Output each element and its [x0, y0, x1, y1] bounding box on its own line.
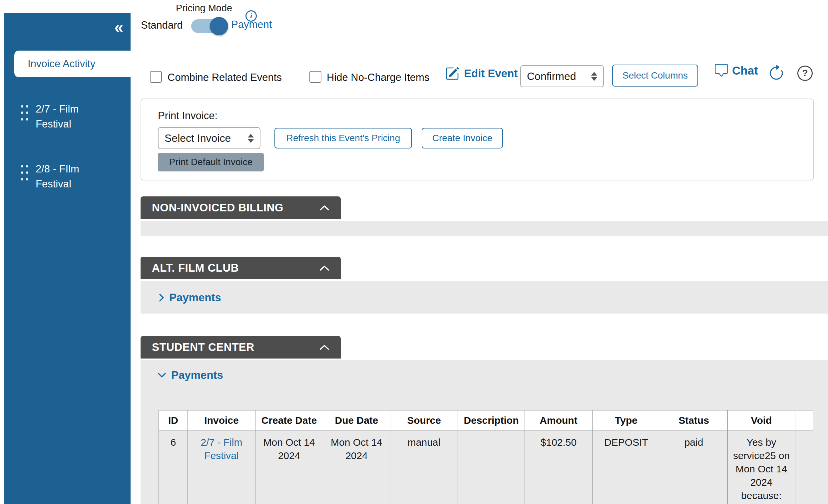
chevron-right-icon [159, 293, 165, 302]
table-header-row: ID Invoice Create Date Due Date Source D… [159, 410, 813, 430]
cell-type: DEPOSIT [592, 430, 660, 504]
section-title: STUDENT CENTER [152, 341, 254, 354]
combine-related-events-checkbox[interactable] [150, 71, 162, 83]
section-header-student-center[interactable]: STUDENT CENTER [140, 336, 341, 359]
cell-void: Yes by service25 on Mon Oct 14 2024 beca… [728, 430, 795, 504]
select-arrows-icon [248, 134, 254, 143]
cell-amount: $102.50 [525, 430, 592, 504]
column-header-description: Description [458, 410, 525, 430]
cell-invoice: 2/7 - Film Festival [188, 430, 255, 504]
section-body-student-center: Payments ID Invoice Create Date Due Date… [140, 360, 828, 504]
drag-handle-icon[interactable] [21, 165, 28, 180]
refresh-button[interactable] [768, 64, 785, 82]
cell-create-date: Mon Oct 14 2024 [255, 430, 323, 504]
refresh-event-pricing-button[interactable]: Refresh this Event's Pricing [275, 128, 412, 148]
cell-description [458, 430, 525, 504]
column-header-invoice: Invoice [188, 410, 255, 430]
column-header-void: Void [728, 410, 795, 430]
toggle-knob-icon [210, 17, 228, 35]
section-body-alt-film-club: Payments [140, 281, 828, 314]
hide-no-charge-items-label: Hide No-Charge Items [327, 72, 429, 84]
event-status-value: Confirmed [527, 70, 576, 83]
refresh-icon [768, 64, 785, 82]
event-status-select[interactable]: Confirmed [520, 65, 604, 87]
payments-toggle-expanded[interactable]: Payments [157, 369, 223, 381]
edit-event-label: Edit Event [464, 67, 518, 80]
select-columns-button[interactable]: Select Columns [612, 64, 698, 87]
section-title: NON-INVOICED BILLING [152, 201, 283, 214]
column-header-type: Type [592, 410, 660, 430]
chevron-up-icon [320, 205, 329, 211]
drag-handle-icon[interactable] [21, 105, 28, 121]
edit-event-button[interactable]: Edit Event [445, 66, 518, 81]
print-default-invoice-button[interactable]: Print Default Invoice [158, 153, 264, 172]
column-header-source: Source [390, 410, 458, 430]
payments-label: Payments [171, 369, 223, 381]
payments-table: ID Invoice Create Date Due Date Source D… [159, 410, 813, 504]
help-button[interactable]: ? [797, 65, 813, 81]
tab-invoice-activity-label: Invoice Activity [28, 58, 95, 70]
section-header-alt-film-club[interactable]: ALT. FILM CLUB [140, 257, 341, 279]
select-arrows-icon [591, 72, 597, 81]
table-row: 6 2/7 - Film Festival Mon Oct 14 2024 Mo… [159, 430, 813, 504]
column-header-extra [795, 410, 813, 430]
column-header-status: Status [660, 410, 728, 430]
chat-label: Chat [732, 64, 758, 77]
cell-extra [795, 430, 813, 504]
invoice-link[interactable]: 2/7 - Film Festival [201, 437, 242, 461]
pricing-mode-standard-label: Standard [141, 19, 183, 31]
edit-icon [445, 66, 459, 81]
invoice-select-value: Select Invoice [165, 132, 231, 144]
chat-button[interactable]: Chat [715, 64, 758, 77]
cell-due-date: Mon Oct 14 2024 [323, 430, 390, 504]
payments-toggle-collapsed[interactable]: Payments [159, 291, 221, 304]
column-header-amount: Amount [525, 410, 592, 430]
column-header-due-date: Due Date [323, 410, 390, 430]
pricing-mode-payment-label: Payment [231, 19, 272, 31]
sidebar-item-event[interactable]: 2/7 - Film Festival [21, 102, 95, 132]
pricing-mode-toggle[interactable] [191, 19, 228, 33]
cell-source: manual [390, 430, 458, 504]
section-header-non-invoiced-billing[interactable]: NON-INVOICED BILLING [140, 196, 341, 219]
section-title: ALT. FILM CLUB [152, 262, 239, 274]
combine-related-events-label: Combine Related Events [168, 72, 282, 84]
chevron-up-icon [320, 265, 329, 271]
sidebar-item-event[interactable]: 2/8 - FIlm Festival [21, 162, 95, 192]
sidebar-event-label: 2/7 - Film Festival [36, 102, 95, 132]
cell-id: 6 [159, 430, 188, 504]
sidebar-collapse-button[interactable]: « [114, 19, 123, 35]
section-body-non-invoiced-billing [140, 221, 828, 236]
hide-no-charge-items-checkbox[interactable] [309, 71, 321, 83]
print-invoice-panel: Print Invoice: Select Invoice Refresh th… [140, 98, 814, 180]
payments-table-container: ID Invoice Create Date Due Date Source D… [159, 410, 813, 504]
tab-invoice-activity[interactable]: Invoice Activity [14, 51, 131, 77]
create-invoice-button[interactable]: Create Invoice [422, 128, 503, 148]
payments-label: Payments [169, 291, 221, 304]
sidebar: « Invoice Activity 2/7 - Film Festival 2… [4, 13, 131, 504]
invoice-activity-page: « Invoice Activity 2/7 - Film Festival 2… [0, 0, 828, 504]
print-invoice-label: Print Invoice: [158, 110, 217, 122]
chevron-down-icon [157, 372, 167, 378]
cell-status: paid [660, 430, 728, 504]
column-header-create-date: Create Date [255, 410, 323, 430]
chevron-up-icon [320, 344, 329, 350]
chat-icon [715, 64, 728, 77]
sidebar-event-label: 2/8 - FIlm Festival [36, 162, 95, 192]
invoice-select[interactable]: Select Invoice [158, 127, 260, 149]
pricing-mode-label: Pricing Mode [176, 3, 232, 14]
column-header-id: ID [159, 410, 188, 430]
